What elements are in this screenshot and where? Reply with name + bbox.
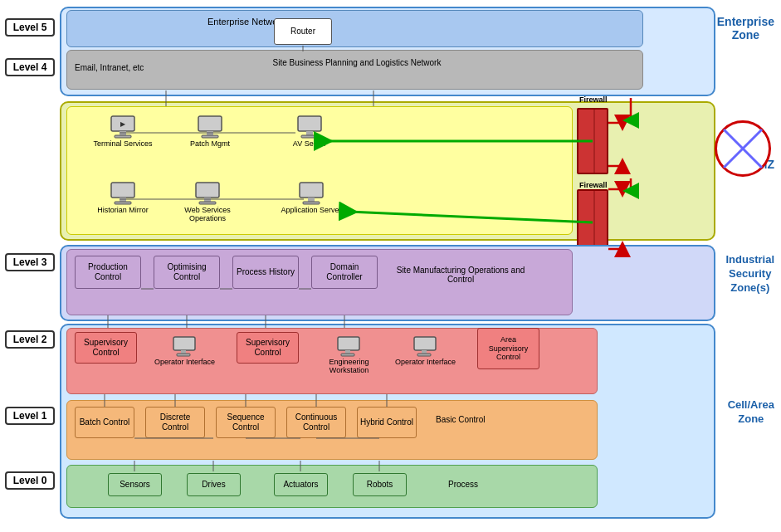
enterprise-zone-label: Enterprise Zone [717, 15, 774, 41]
internet-circle [715, 120, 771, 177]
area-supervisory-box: Area Supervisory Control [477, 328, 539, 369]
svg-rect-8 [306, 131, 313, 135]
svg-rect-14 [204, 198, 211, 202]
level5-band [66, 10, 643, 47]
svg-rect-22 [181, 350, 186, 354]
actuators-box: Actuators [274, 473, 328, 496]
continuous-control-box: Continuous Control [286, 407, 346, 438]
robots-box: Robots [353, 473, 407, 496]
patch-mgmt-computer: Patch Mgmt [181, 115, 239, 148]
engineering-workstation-computer: Engineering Workstation [314, 336, 384, 374]
process-history-box: Process History [232, 256, 299, 289]
optimising-control-box: Optimising Control [154, 256, 220, 289]
industrial-zone-label: IndustrialSecurityZone(s) [725, 253, 774, 295]
cellarea-zone-label: Cell/AreaZone [728, 398, 774, 427]
svg-rect-5 [207, 131, 213, 135]
svg-rect-4 [198, 116, 222, 131]
level4-label: Level 4 [5, 58, 55, 76]
svg-rect-11 [120, 198, 126, 202]
level1-label: Level 1 [5, 407, 55, 425]
level3-label: Level 3 [5, 253, 55, 271]
svg-rect-15 [199, 202, 216, 204]
router-box: Router [274, 18, 332, 45]
drives-box: Drives [187, 473, 241, 496]
level0-label: Level 0 [5, 471, 55, 490]
svg-rect-1 [120, 131, 126, 135]
domain-controller-box: Domain Controller [311, 256, 378, 289]
basic-control-label: Basic Control [436, 415, 485, 424]
svg-rect-16 [300, 183, 323, 198]
operator-interface2-computer: Operator Interface [394, 336, 456, 366]
level2-label: Level 2 [5, 330, 55, 349]
email-intranet-label: Email, Intranet, etc [75, 63, 144, 72]
svg-rect-24 [338, 337, 359, 350]
svg-rect-27 [414, 337, 436, 350]
site-manufacturing-label: Site Manufacturing Operations and Contro… [394, 266, 527, 284]
terminal-services-computer: ▶ Terminal Services [90, 115, 156, 148]
svg-rect-21 [173, 337, 195, 350]
site-business-label: Site Business Planning and Logistics Net… [245, 58, 469, 67]
svg-rect-10 [111, 183, 134, 198]
app-server-computer: Application Server [274, 181, 349, 214]
hybrid-control-box: Hybrid Control [357, 407, 417, 438]
process-label: Process [448, 480, 478, 489]
svg-rect-13 [196, 183, 219, 198]
discrete-control-box: Discrete Control [145, 407, 205, 438]
svg-text:▶: ▶ [120, 120, 126, 128]
svg-rect-23 [177, 354, 190, 356]
svg-rect-12 [115, 202, 131, 204]
svg-rect-9 [301, 135, 318, 138]
firewall-top [577, 108, 608, 174]
svg-rect-2 [115, 135, 131, 138]
historian-mirror-computer: Historian Mirror [90, 181, 156, 214]
svg-rect-7 [298, 116, 321, 131]
production-control-box: Production Control [75, 256, 141, 289]
sensors-box: Sensors [108, 473, 162, 496]
svg-rect-17 [308, 198, 315, 202]
main-container: Enterprise Zone Enterprise Network Route… [0, 0, 781, 532]
svg-rect-28 [422, 350, 427, 354]
web-services-computer: Web Services Operations [174, 181, 241, 222]
svg-rect-25 [345, 350, 350, 354]
sequence-control-box: Sequence Control [216, 407, 276, 438]
batch-control-box: Batch Control [75, 407, 134, 438]
svg-rect-18 [303, 202, 320, 204]
supervisory-control2-box: Supervisory Control [237, 332, 299, 364]
svg-rect-29 [417, 354, 431, 356]
supervisory-control1-box: Supervisory Control [75, 332, 137, 364]
firewall-bottom-label: Firewall [579, 181, 608, 189]
level5-label: Level 5 [5, 18, 55, 37]
svg-rect-26 [341, 354, 354, 356]
level4-band [66, 50, 643, 90]
operator-interface1-computer: Operator Interface [154, 336, 216, 366]
av-server-computer: AV Server [281, 115, 339, 148]
svg-rect-6 [202, 135, 218, 138]
firewall-top-label: Firewall [579, 95, 608, 104]
